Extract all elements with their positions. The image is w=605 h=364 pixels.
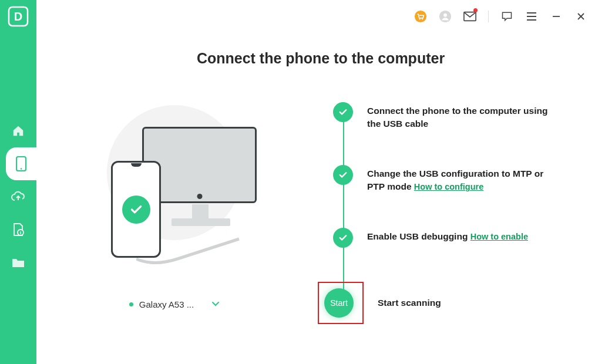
sidebar-item-home[interactable]	[0, 114, 36, 147]
check-icon	[338, 232, 348, 243]
sidebar-item-phone[interactable]	[6, 147, 36, 180]
start-button-label: Start	[330, 298, 348, 308]
device-select[interactable]: Galaxy A53 ...	[129, 299, 220, 309]
sidebar-item-folder[interactable]	[0, 246, 36, 279]
cloud-icon	[11, 191, 25, 203]
step-3-link[interactable]: How to enable	[470, 232, 528, 241]
step-2: Change the USB configuration to MTP or P…	[333, 165, 605, 194]
svg-point-3	[21, 168, 22, 170]
step-2-check	[333, 165, 353, 185]
home-icon	[12, 124, 25, 137]
steps-connector-line	[343, 120, 344, 293]
content-area: Connect the phone to the computer	[36, 0, 605, 364]
file-info-icon: i	[12, 223, 25, 237]
step-1-text: Connect the phone to the computer using …	[367, 102, 555, 131]
step-2-link[interactable]: How to configure	[414, 182, 483, 191]
check-badge	[122, 196, 150, 224]
logo-icon: D	[8, 6, 29, 27]
step-1: Connect the phone to the computer using …	[333, 102, 605, 131]
check-icon	[129, 202, 144, 217]
app-logo: D	[0, 0, 36, 32]
start-scanning-label: Start scanning	[378, 298, 441, 308]
page-title: Connect the phone to the computer	[36, 50, 605, 67]
device-name-label: Galaxy A53 ...	[139, 299, 194, 309]
check-icon	[338, 170, 348, 180]
connection-illustration	[75, 102, 274, 267]
start-button[interactable]: Start	[324, 288, 354, 318]
device-status-dot	[129, 302, 133, 306]
step-3: Enable USB debugging How to enable	[333, 228, 605, 248]
chevron-down-icon	[211, 299, 220, 309]
phone-graphic	[111, 161, 161, 258]
start-row: Start Start scanning	[318, 282, 605, 324]
sidebar-item-file-info[interactable]: i	[0, 213, 36, 246]
check-icon	[338, 107, 348, 117]
svg-text:D: D	[14, 10, 22, 23]
svg-text:i: i	[20, 230, 21, 235]
step-2-text: Change the USB configuration to MTP or P…	[367, 165, 555, 194]
sidebar: D i	[0, 0, 36, 364]
highlight-box: Start	[318, 282, 364, 324]
step-1-check	[333, 102, 353, 122]
folder-icon	[11, 257, 25, 268]
step-3-text-label: Enable USB debugging	[367, 231, 468, 241]
step-3-check	[333, 228, 353, 248]
step-3-text: Enable USB debugging How to enable	[367, 228, 528, 243]
sidebar-item-cloud[interactable]	[0, 180, 36, 213]
phone-icon	[16, 156, 26, 171]
